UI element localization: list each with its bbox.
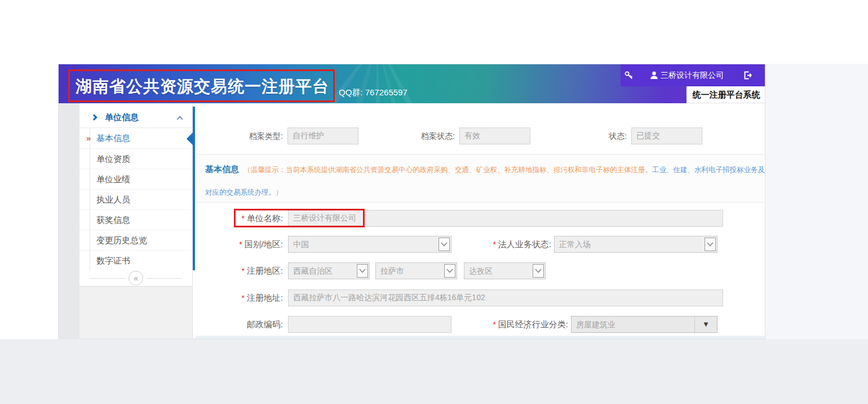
sidebar-scrollbar[interactable] [193,107,195,270]
unit-name-label: *单位名称: [196,210,283,227]
sidebar-item-label: 单位业绩 [96,174,130,184]
sidebar-item-unit-performance[interactable]: 单位业绩 [79,169,192,189]
status-field[interactable] [631,128,702,144]
postal-code-label: 邮政编码: [196,316,283,333]
key-icon[interactable] [624,71,634,80]
industry-value: 房屋建筑业 [576,317,615,332]
chevron-down-icon[interactable] [705,238,716,251]
tab-unified-registration-system[interactable]: 统一注册平台系统 [687,86,765,103]
collapse-left-icon[interactable]: « [129,271,143,286]
sidebar-item-label: 单位资质 [96,154,130,164]
page-title: 湖南省公共资源交易统一注册平台 [76,71,329,102]
sidebar-empty-panel [79,286,192,339]
sidebar-item-awards[interactable]: 获奖信息 [79,209,192,230]
sidebar-item-label: 执业人员 [96,195,130,204]
current-company-name[interactable]: 三桥设计有限公司 [661,64,724,86]
app-window: 湖南省公共资源交易统一注册平台 QQ群: 767265597 三桥设计有限公司 … [58,64,765,339]
logout-icon[interactable] [743,71,752,80]
tip-text-orange: （温馨提示：当前本系统提供湖南省公共资源交易中心的政府采购、交通、矿业权、补充耕… [243,166,652,174]
sidebar-item-change-history[interactable]: 变更历史总览 [79,230,192,250]
active-item-pointer-icon [187,133,193,145]
district-value: 达孜区 [469,263,493,279]
archive-type-label: 档案类型: [227,128,283,144]
sidebar-group-unit-info[interactable]: 单位信息 [79,107,192,128]
chevron-down-icon[interactable] [444,264,455,278]
chevron-down-icon[interactable] [533,264,544,278]
basic-info-section-header: 基本信息（温馨提示：当前本系统提供湖南省公共资源交易中心的政府采购、交通、矿业权… [196,154,765,203]
country-value: 中国 [293,236,309,252]
city-select[interactable]: 拉萨市 [375,262,457,279]
chevron-up-icon[interactable] [176,116,183,122]
chevron-right-icon [91,114,97,120]
user-icon [649,71,659,80]
sidebar-item-label: 获奖信息 [96,215,130,225]
section-title: 基本信息 [205,164,239,174]
reg-address-label: *注册地址: [196,289,283,306]
section-inner: 基本信息（温馨提示：当前本系统提供湖南省公共资源交易中心的政府采购、交通、矿业权… [205,158,765,204]
page-background-right [765,64,868,339]
archive-status-label: 档案状态: [398,128,455,144]
required-asterisk: * [241,266,244,275]
city-value: 拉萨市 [380,263,404,279]
dropdown-triangle-icon[interactable]: ▼ [694,317,717,332]
required-asterisk: * [493,320,495,329]
main-content: 档案类型: 档案状态: 状态: 基本信息（温馨提示：当前本系统提供湖南省公共资源… [196,103,765,339]
province-select[interactable]: 西藏自治区 [288,262,370,279]
archive-type-field[interactable] [287,128,358,144]
district-select[interactable]: 达孜区 [464,262,546,279]
legal-status-label: *法人业务状态: [439,236,551,253]
left-gutter [59,103,79,339]
country-label: *国别/地区: [196,236,283,253]
divider [90,278,125,279]
sidebar-collapse-button[interactable]: « [79,270,192,286]
archive-status-field[interactable] [459,128,530,144]
unit-name-field[interactable] [288,210,723,227]
sidebar-item-label: 数字证书 [96,256,130,265]
active-marker-icon: » [86,128,91,148]
reg-region-label: *注册地区: [196,262,283,279]
qq-group-label: QQ群: 767265597 [339,87,408,98]
required-asterisk: * [241,293,244,302]
province-value: 西藏自治区 [293,263,333,279]
country-select[interactable]: 中国 [288,236,451,253]
required-asterisk: * [493,240,495,249]
chevron-down-icon[interactable] [357,264,368,278]
industry-label: *国民经济行业分类: [422,316,568,333]
page-background-bottom [0,339,868,404]
sidebar-item-label: 变更历史总览 [96,235,147,245]
legal-status-value: 正常入场 [559,236,591,252]
tip-text-close: ） [276,188,283,196]
app-header: 湖南省公共资源交易统一注册平台 QQ群: 767265597 三桥设计有限公司 … [59,64,765,103]
sidebar-group-label: 单位信息 [105,107,139,128]
sidebar-item-unit-qualification[interactable]: 单位资质 [79,148,192,169]
legal-status-select[interactable]: 正常入场 [554,236,718,253]
divider [147,278,182,279]
sidebar-item-digital-certificate[interactable]: 数字证书 [79,250,192,270]
sidebar-item-practitioners[interactable]: 执业人员 [79,189,192,209]
sidebar-item-label: 基本信息 [96,133,130,143]
reg-address-field[interactable] [288,289,723,306]
next-section-edge [196,336,765,339]
sidebar-item-basic-info[interactable]: » 基本信息 [79,128,192,148]
industry-select[interactable]: 房屋建筑业 ▼ [571,316,718,333]
required-asterisk: * [241,214,244,223]
required-asterisk: * [239,240,242,249]
status-label: 状态: [570,128,627,144]
